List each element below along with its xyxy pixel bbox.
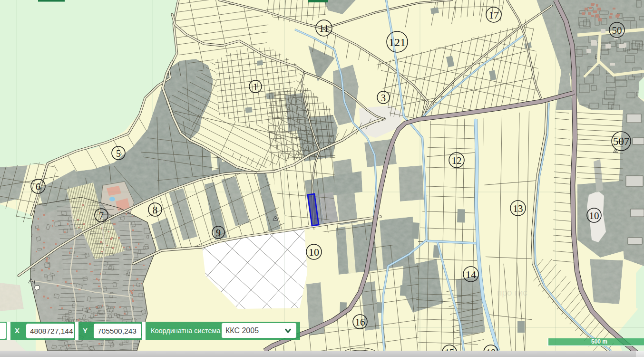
- svg-text:121: 121: [389, 36, 406, 48]
- svg-text:8: 8: [153, 204, 158, 216]
- svg-text:16: 16: [355, 316, 365, 328]
- svg-text:1: 1: [253, 82, 258, 92]
- svg-text:10: 10: [309, 246, 319, 258]
- svg-text:рр: рр: [578, 48, 588, 58]
- svg-text:11: 11: [319, 22, 329, 34]
- svg-text:15: 15: [445, 347, 454, 351]
- svg-text:17: 17: [489, 10, 499, 21]
- svg-text:18: 18: [486, 347, 496, 351]
- svg-text:10: 10: [589, 210, 599, 221]
- svg-text:50: 50: [612, 25, 622, 36]
- svg-text:про гис: про гис: [497, 287, 527, 297]
- svg-text:5: 5: [116, 148, 121, 159]
- svg-text:7: 7: [99, 211, 104, 221]
- svg-text:13: 13: [513, 203, 523, 214]
- svg-text:3: 3: [381, 93, 386, 103]
- svg-text:507: 507: [613, 135, 630, 147]
- svg-text:6: 6: [36, 181, 41, 192]
- svg-text:14: 14: [466, 268, 476, 280]
- svg-text:12: 12: [452, 155, 462, 166]
- svg-text:про гис: про гис: [143, 156, 173, 166]
- svg-text:9: 9: [216, 228, 221, 238]
